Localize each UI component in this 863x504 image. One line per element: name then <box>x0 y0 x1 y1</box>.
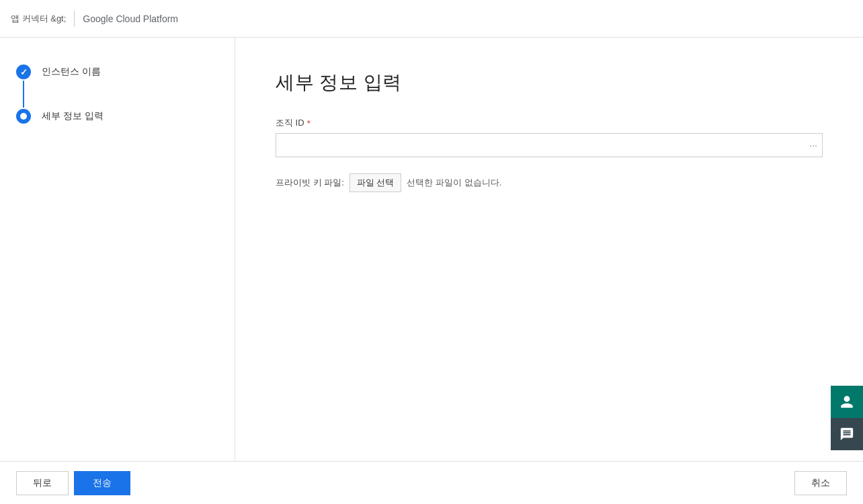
step-indicator-2 <box>16 109 31 124</box>
step-circle-2 <box>16 109 31 124</box>
file-select-button[interactable]: 파일 선택 <box>350 173 402 192</box>
step-item-detail-input: 세부 정보 입력 <box>16 109 218 124</box>
chat-fab-button[interactable] <box>831 418 863 450</box>
step-circle-1: ✓ <box>16 65 31 79</box>
check-icon: ✓ <box>20 67 28 77</box>
cancel-button[interactable]: 취소 <box>794 471 847 495</box>
chat-icon <box>839 427 854 442</box>
header: 앱 커넥터 &gt; Google Cloud Platform <box>0 0 863 38</box>
required-indicator: * <box>307 118 311 128</box>
submit-button[interactable]: 전송 <box>74 471 130 495</box>
step-label-1: 인스턴스 이름 <box>42 65 101 78</box>
org-id-label: 조직 ID * <box>276 117 823 129</box>
private-key-file-row: 프라이빗 키 파일: 파일 선택 선택한 파일이 없습니다. <box>276 173 823 192</box>
sidebar: ✓ 인스턴스 이름 세부 정보 입력 <box>0 38 235 461</box>
breadcrumb: 앱 커넥터 &gt; <box>11 13 66 25</box>
footer-left-actions: 뒤로 전송 <box>16 471 130 495</box>
footer-right-actions: 취소 <box>794 471 847 495</box>
step-dot <box>20 113 27 120</box>
step-label-2: 세부 정보 입력 <box>42 109 104 122</box>
content-area: 세부 정보 입력 조직 ID * ··· 프라이빗 키 파일: 파일 선택 선택… <box>235 38 863 461</box>
org-id-more-icon[interactable]: ··· <box>809 140 817 151</box>
step-item-instance-name: ✓ 인스턴스 이름 <box>16 65 218 109</box>
fab-container <box>831 386 863 450</box>
person-icon <box>839 394 854 409</box>
file-no-selection-text: 선택한 파일이 없습니다. <box>407 177 501 189</box>
org-id-field-group: 조직 ID * ··· <box>276 117 823 157</box>
org-id-input-wrapper: ··· <box>276 133 823 157</box>
support-fab-button[interactable] <box>831 386 863 418</box>
step-indicator-1: ✓ <box>16 65 31 109</box>
step-connector-line <box>23 81 24 108</box>
header-divider <box>74 11 75 27</box>
org-id-input[interactable] <box>276 133 823 157</box>
footer: 뒤로 전송 취소 <box>0 461 863 504</box>
private-key-label: 프라이빗 키 파일: <box>276 177 344 189</box>
platform-label: Google Cloud Platform <box>83 13 178 24</box>
page-title: 세부 정보 입력 <box>276 70 823 95</box>
back-button[interactable]: 뒤로 <box>16 471 69 495</box>
main-layout: ✓ 인스턴스 이름 세부 정보 입력 세부 정보 입력 조직 ID * <box>0 38 863 461</box>
